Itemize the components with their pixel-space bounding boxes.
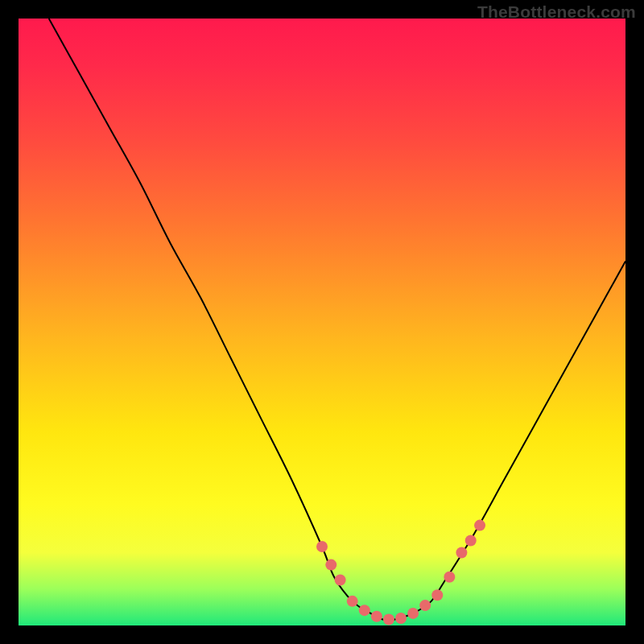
highlight-dot	[407, 608, 419, 619]
highlight-dot	[371, 611, 382, 622]
highlight-dot	[474, 520, 485, 531]
highlight-dot	[347, 596, 358, 607]
highlight-dot	[419, 600, 431, 611]
highlight-dot	[383, 613, 394, 625]
chart-frame: TheBottleneck.com	[0, 0, 644, 644]
highlight-dot	[395, 613, 407, 624]
highlight-dot	[359, 605, 370, 616]
bottleneck-curve	[49, 19, 625, 620]
highlight-dot	[335, 574, 346, 585]
highlight-dot	[325, 559, 336, 571]
plot-area	[19, 19, 625, 625]
highlight-dot	[316, 541, 328, 552]
curve-layer	[19, 19, 625, 625]
highlight-dots	[316, 520, 485, 625]
highlight-dot	[456, 547, 467, 559]
highlight-dot	[431, 589, 443, 601]
watermark-text: TheBottleneck.com	[477, 2, 636, 22]
highlight-dot	[465, 535, 477, 546]
highlight-dot	[444, 572, 455, 583]
